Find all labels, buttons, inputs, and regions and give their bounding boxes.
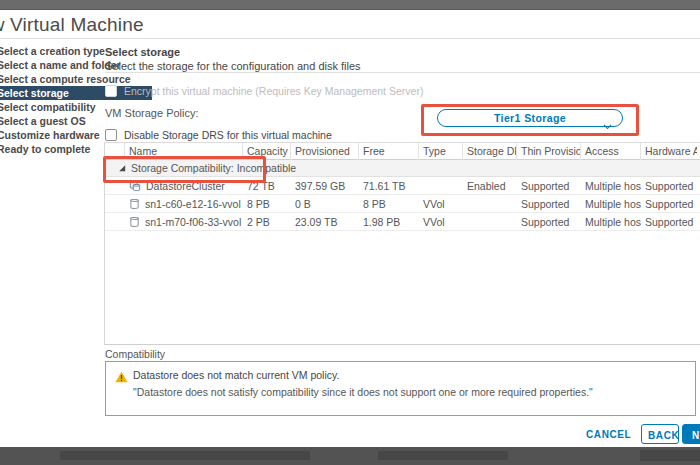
cell-access: Multiple hosts — [581, 216, 641, 228]
datastore-icon — [129, 216, 140, 228]
background-window-remnant — [60, 451, 310, 460]
storage-compatibility-group-row[interactable]: Storage Compatibility: Incompatible — [105, 160, 700, 177]
cell-capacity: 72 TB — [243, 180, 291, 192]
background-window-remnant — [640, 450, 700, 461]
column-header-thin-provisioning[interactable]: Thin Provisioning — [517, 143, 581, 160]
compatibility-warning-title: Datastore does not match current VM poli… — [133, 369, 339, 381]
cell-capacity: 8 PB — [243, 198, 291, 210]
vm-storage-policy-value: Tier1 Storage — [494, 112, 566, 124]
vm-storage-policy-label: VM Storage Policy: — [105, 106, 199, 120]
cell-capacity: 2 PB — [243, 216, 291, 228]
cell-thin-provisioning: Supported — [517, 180, 581, 192]
cell-type: VVol — [419, 198, 463, 210]
cell-provisioned: 0 B — [291, 198, 359, 210]
background-window-remnant — [378, 451, 508, 460]
page-title: Select storage — [105, 46, 180, 58]
screenshot-root: New Virtual Machine Select a creation ty… — [0, 0, 700, 465]
column-header-type[interactable]: Type — [419, 143, 463, 160]
cell-storage-drs: Enabled — [463, 180, 517, 192]
encrypt-vm-row: Encrypt this virtual machine (Requires K… — [105, 85, 423, 97]
disable-drs-label: Disable Storage DRS for this virtual mac… — [124, 129, 332, 141]
header-divider — [105, 72, 700, 73]
cell-thin-provisioning: Supported — [517, 216, 581, 228]
table-row-datastorecluster[interactable]: DatastoreCluster 72 TB 397.59 GB 71.61 T… — [105, 177, 700, 195]
column-header-storage-drs[interactable]: Storage DRS — [463, 143, 517, 160]
warning-icon — [115, 369, 128, 387]
page-subtitle: Select the storage for the configuration… — [105, 60, 361, 72]
new-vm-wizard-dialog: New Virtual Machine Select a creation ty… — [0, 10, 700, 447]
column-header-spacer — [105, 143, 125, 160]
group-label: Storage Compatibility: Incompatible — [131, 162, 296, 174]
wizard-title: New Virtual Machine — [0, 14, 144, 36]
cell-free: 1.98 PB — [359, 216, 419, 228]
encrypt-vm-checkbox[interactable] — [105, 85, 117, 97]
next-button[interactable]: NEXT — [682, 424, 700, 444]
cell-access: Multiple hosts — [581, 198, 641, 210]
cell-hardware-accel: Supported — [641, 198, 697, 210]
datastore-name: sn1-c60-e12-16-vvol — [145, 198, 241, 210]
cancel-button[interactable]: CANCEL — [580, 424, 632, 444]
desktop-background-bottom-bar — [0, 447, 700, 465]
column-header-hardware-accel[interactable]: Hardware Accel... — [641, 143, 697, 160]
cell-free: 71.61 TB — [359, 180, 419, 192]
title-divider — [0, 38, 700, 39]
sidebar-item-select-compute-resource[interactable]: Select a compute resource — [0, 72, 152, 86]
storage-table-header: Name Capacity Provisioned Free Type Stor… — [105, 143, 700, 160]
back-button[interactable]: BACK — [641, 424, 679, 444]
cell-hardware-accel: Supported — [641, 216, 697, 228]
disable-drs-checkbox[interactable] — [105, 129, 117, 141]
chevron-down-icon — [603, 116, 612, 134]
datastore-icon — [129, 198, 140, 210]
datastore-name: sn1-m70-f06-33-vvol — [145, 216, 241, 228]
table-row-sn1-c60[interactable]: sn1-c60-e12-16-vvol 8 PB 0 B 8 PB VVol S… — [105, 195, 700, 213]
storage-table: Name Capacity Provisioned Free Type Stor… — [104, 142, 700, 345]
compatibility-message-box: Datastore does not match current VM poli… — [105, 361, 696, 416]
cell-access: Multiple hosts — [581, 180, 641, 192]
cell-type: VVol — [419, 216, 463, 228]
datastore-name: DatastoreCluster — [146, 180, 225, 192]
cell-provisioned: 23.09 TB — [291, 216, 359, 228]
column-header-free[interactable]: Free — [359, 143, 419, 160]
cell-thin-provisioning: Supported — [517, 198, 581, 210]
group-expand-caret-icon[interactable] — [118, 164, 126, 172]
column-header-access[interactable]: Access — [581, 143, 641, 160]
disable-drs-row: Disable Storage DRS for this virtual mac… — [105, 129, 332, 141]
vm-storage-policy-dropdown[interactable]: Tier1 Storage — [437, 109, 623, 127]
column-header-name[interactable]: Name — [125, 143, 243, 160]
compatibility-section-label: Compatibility — [105, 348, 165, 360]
cell-provisioned: 397.59 GB — [291, 180, 359, 192]
encrypt-vm-label: Encrypt this virtual machine (Requires K… — [124, 85, 423, 97]
column-header-provisioned[interactable]: Provisioned — [291, 143, 359, 160]
column-header-capacity[interactable]: Capacity — [243, 143, 291, 160]
datastore-cluster-icon — [129, 180, 141, 192]
cell-hardware-accel: Supported — [641, 180, 697, 192]
desktop-background-top-bar — [0, 0, 700, 10]
table-row-sn1-m70[interactable]: sn1-m70-f06-33-vvol 2 PB 23.09 TB 1.98 P… — [105, 213, 700, 231]
compatibility-warning-detail: "Datastore does not satisfy compatibilit… — [133, 386, 593, 398]
cell-free: 8 PB — [359, 198, 419, 210]
